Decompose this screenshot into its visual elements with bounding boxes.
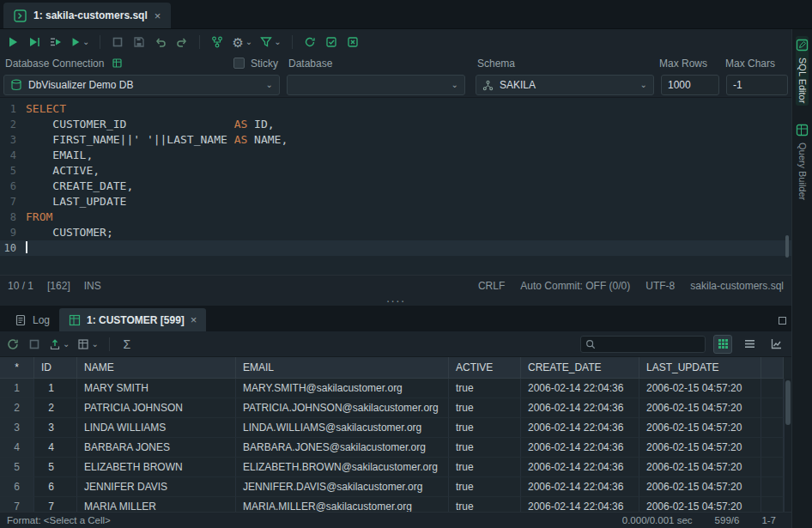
cell-active[interactable]: true <box>449 458 521 477</box>
cell-last-update[interactable]: 2006-02-15 04:57:20 <box>639 379 761 398</box>
row-number[interactable]: 6 <box>0 477 34 497</box>
cell-id[interactable]: 3 <box>34 418 77 438</box>
redo-icon[interactable] <box>175 33 189 51</box>
clear-editor-icon[interactable] <box>346 33 360 51</box>
tab-log[interactable]: Log <box>5 308 59 331</box>
cell-id[interactable]: 7 <box>34 497 77 512</box>
cell-name[interactable]: JENNIFER DAVIS <box>77 477 236 497</box>
execute-script-button[interactable] <box>49 33 63 51</box>
max-chars-input[interactable] <box>733 79 781 91</box>
column-header-active[interactable]: ACTIVE <box>449 357 521 379</box>
cell-email[interactable]: ELIZABETH.BROWN@sakilacustomer.org <box>236 458 449 477</box>
cell-name[interactable]: ELIZABETH BROWN <box>77 458 236 477</box>
select-all-corner[interactable]: * <box>0 357 34 379</box>
cell-last-update[interactable]: 2006-02-15 04:57:20 <box>639 418 761 438</box>
editor-line[interactable]: 5 ACTIVE, <box>0 163 791 179</box>
text-view-button[interactable] <box>740 335 759 354</box>
panel-splitter[interactable]: ···· <box>0 295 791 306</box>
cell-active[interactable]: true <box>449 497 521 512</box>
row-number[interactable]: 2 <box>0 398 34 418</box>
connection-select[interactable]: DbVisualizer Demo DB ⌄ <box>3 75 280 95</box>
cell-create-date[interactable]: 2006-02-14 22:04:36 <box>521 497 639 512</box>
editor-line[interactable]: 8FROM <box>0 209 791 225</box>
row-number[interactable]: 3 <box>0 418 34 438</box>
row-number[interactable]: 7 <box>0 497 34 512</box>
column-header-last-update[interactable]: LAST_UPDATE <box>639 357 761 379</box>
cell-create-date[interactable]: 2006-02-14 22:04:36 <box>521 477 639 497</box>
cell-active[interactable]: true <box>449 398 521 418</box>
cell-id[interactable]: 1 <box>34 379 77 398</box>
cell-email[interactable]: MARIA.MILLER@sakilacustomer.org <box>236 497 449 512</box>
sticky-checkbox[interactable] <box>233 58 245 69</box>
cell-create-date[interactable]: 2006-02-14 22:04:36 <box>521 379 639 398</box>
sql-editor[interactable]: 1SELECT 2 CUSTOMER_ID AS ID, 3 FIRST_NAM… <box>0 98 791 275</box>
cell-active[interactable]: true <box>449 438 521 458</box>
grid-scrollbar-thumb[interactable] <box>785 380 791 425</box>
explain-plan-icon[interactable] <box>210 33 224 51</box>
cell-email[interactable]: LINDA.WILLIAMS@sakilacustomer.org <box>236 418 449 438</box>
cell-name[interactable]: MARIA MILLER <box>77 497 236 512</box>
search-input[interactable] <box>600 338 700 350</box>
cell-id[interactable]: 2 <box>34 398 77 418</box>
cell-id[interactable]: 4 <box>34 438 77 458</box>
export-menu-button[interactable]: ⌄ <box>49 336 70 353</box>
cell-last-update[interactable]: 2006-02-15 04:57:20 <box>639 438 761 458</box>
cell-last-update[interactable]: 2006-02-15 04:57:20 <box>639 398 761 418</box>
column-header-name[interactable]: NAME <box>77 357 236 379</box>
tab-sakila-customers-sql[interactable]: 1: sakila-customers.sql × <box>3 3 171 28</box>
cell-create-date[interactable]: 2006-02-14 22:04:36 <box>521 458 639 477</box>
format-sql-icon[interactable] <box>303 33 317 51</box>
dock-tab-sql-editor[interactable]: SQL Editor <box>796 36 809 106</box>
database-select[interactable]: ⌄ <box>287 75 465 95</box>
cell-active[interactable]: true <box>449 379 521 398</box>
filter-menu-button[interactable]: ⌄ <box>260 33 281 51</box>
editor-line[interactable]: 4 EMAIL, <box>0 148 791 163</box>
cell-email[interactable]: JENNIFER.DAVIS@sakilacustomer.org <box>236 477 449 497</box>
editor-line-current[interactable]: 10 <box>0 240 791 256</box>
cell-name[interactable]: PATRICIA JOHNSON <box>77 398 236 418</box>
refresh-icon[interactable] <box>6 336 20 353</box>
close-result-tab-icon[interactable]: × <box>191 313 197 326</box>
editor-scrollbar-thumb[interactable] <box>785 235 789 258</box>
editor-line[interactable]: 9 CUSTOMER; <box>0 225 791 240</box>
close-tab-icon[interactable]: × <box>155 9 161 22</box>
tab-result-customer[interactable]: 1: CUSTOMER [599] × <box>59 308 206 331</box>
row-number[interactable]: 4 <box>0 438 34 458</box>
chart-view-button[interactable] <box>767 335 785 354</box>
settings-menu-button[interactable]: ⚙⌄ <box>232 33 252 51</box>
cell-email[interactable]: MARY.SMITH@sakilacustomer.org <box>236 379 449 398</box>
cell-id[interactable]: 6 <box>34 477 77 497</box>
execute-button[interactable] <box>6 33 20 51</box>
aggregate-sigma-icon[interactable]: Σ <box>120 336 134 353</box>
save-button[interactable] <box>132 33 146 51</box>
row-number[interactable]: 5 <box>0 458 34 477</box>
editor-line[interactable]: 3 FIRST_NAME||' '||LAST_NAME AS NAME, <box>0 132 791 148</box>
cell-name[interactable]: LINDA WILLIAMS <box>77 418 236 438</box>
cell-create-date[interactable]: 2006-02-14 22:04:36 <box>521 398 639 418</box>
editor-line[interactable]: 2 CUSTOMER_ID AS ID, <box>0 117 791 132</box>
cell-id[interactable]: 5 <box>34 458 77 477</box>
cell-active[interactable]: true <box>449 418 521 438</box>
cell-name[interactable]: MARY SMITH <box>77 379 236 398</box>
column-header-email[interactable]: EMAIL <box>236 357 449 379</box>
validate-sql-icon[interactable] <box>324 33 338 51</box>
stop-button[interactable] <box>111 33 124 51</box>
cell-name[interactable]: BARBARA JONES <box>77 438 236 458</box>
cell-email[interactable]: BARBARA.JONES@sakilacustomer.org <box>236 438 449 458</box>
cell-last-update[interactable]: 2006-02-15 04:57:20 <box>639 477 761 497</box>
undo-icon[interactable] <box>154 33 167 51</box>
stop-results-icon[interactable] <box>27 336 41 353</box>
editor-line[interactable]: 1SELECT <box>0 101 791 117</box>
cell-last-update[interactable]: 2006-02-15 04:57:20 <box>639 497 761 512</box>
editor-line[interactable]: 7 LAST_UPDATE <box>0 194 791 209</box>
cell-create-date[interactable]: 2006-02-14 22:04:36 <box>521 418 639 438</box>
cell-create-date[interactable]: 2006-02-14 22:04:36 <box>521 438 639 458</box>
transfer-menu-button[interactable]: ⌄ <box>77 336 98 353</box>
column-header-create-date[interactable]: CREATE_DATE <box>521 357 639 379</box>
execute-menu-button[interactable]: ⌄ <box>70 33 89 51</box>
maximize-results-icon[interactable] <box>779 317 786 325</box>
cell-last-update[interactable]: 2006-02-15 04:57:20 <box>639 458 761 477</box>
cell-email[interactable]: PATRICIA.JOHNSON@sakilacustomer.org <box>236 398 449 418</box>
grid-scrollbar[interactable] <box>784 379 791 512</box>
max-rows-input[interactable] <box>668 79 712 91</box>
